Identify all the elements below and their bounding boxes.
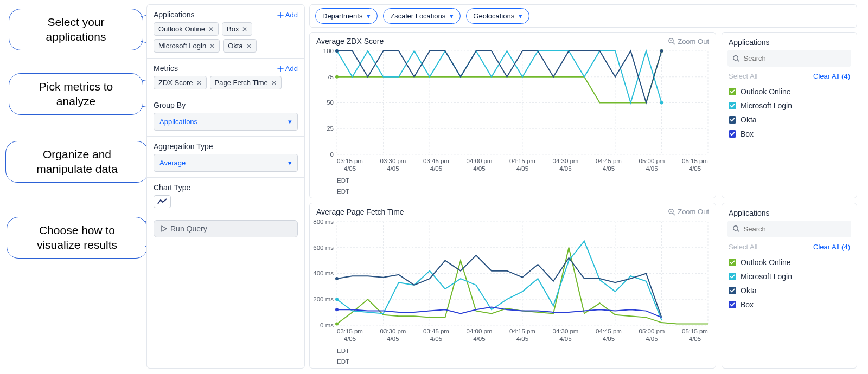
timezone-label: EDT (310, 357, 716, 368)
legend-item-label: Okta (741, 115, 757, 124)
svg-line-29 (738, 60, 739, 62)
svg-line-57 (738, 230, 739, 233)
chip-outlook-online[interactable]: Outlook Online✕ (154, 22, 219, 36)
close-icon[interactable]: ✕ (208, 25, 214, 33)
legend-search-input[interactable] (743, 54, 847, 63)
filter-departments[interactable]: Departments▾ (315, 8, 378, 24)
clear-all-link[interactable]: Clear All (4) (813, 72, 850, 80)
add-metric-link[interactable]: Add (277, 65, 298, 73)
checkbox-icon (729, 116, 736, 124)
legend-item-label: Outlook Online (741, 87, 791, 96)
checkbox-icon (729, 301, 736, 308)
chevron-down-icon: ▾ (519, 12, 522, 20)
legend-item-label: Microsoft Login (741, 101, 792, 110)
chip-okta[interactable]: Okta✕ (223, 39, 256, 53)
query-builder-panel: Applications Add Outlook Online✕ Box✕ Mi… (146, 4, 305, 369)
zdx-chart-area[interactable]: 1007550250 (310, 47, 716, 157)
legend-item[interactable]: Okta (722, 283, 857, 298)
svg-text:400 ms: 400 ms (313, 270, 334, 276)
group-by-section: Group By Applications ▾ (147, 95, 304, 137)
zdx-x-axis: 03:15 pm4/0503:30 pm4/0503:45 pm4/0504:0… (310, 157, 716, 176)
line-chart-icon (157, 198, 167, 205)
pft-chart-card: Average Page Fetch Time Zoom Out 800 ms6… (309, 203, 716, 369)
add-application-link[interactable]: Add (277, 11, 298, 19)
play-icon (161, 225, 167, 232)
svg-line-31 (673, 213, 675, 215)
zoom-out-icon (668, 208, 675, 216)
legend-item[interactable]: Box (722, 127, 857, 141)
legend-item-label: Outlook Online (741, 258, 791, 267)
close-icon[interactable]: ✕ (242, 25, 247, 33)
pft-x-axis: 03:15 pm4/0503:30 pm4/0503:45 pm4/0504:0… (310, 327, 716, 346)
close-icon[interactable]: ✕ (271, 79, 277, 87)
search-icon (732, 225, 739, 233)
chip-page-fetch-time[interactable]: Page Fetch Time✕ (210, 76, 282, 89)
close-icon[interactable]: ✕ (246, 42, 252, 50)
legend-item-label: Box (741, 300, 754, 309)
svg-text:25: 25 (327, 125, 334, 132)
chart-type-section: Chart Type (147, 178, 304, 214)
legend-item[interactable]: Box (722, 298, 857, 312)
legend-item[interactable]: Outlook Online (722, 255, 857, 269)
legend-item[interactable]: Microsoft Login (722, 99, 857, 113)
annotation-column: Select your applications Pick metrics to… (0, 0, 141, 374)
svg-point-23 (335, 75, 339, 79)
search-icon (732, 55, 739, 62)
legend-header: Applications (722, 33, 857, 50)
applications-section: Applications Add Outlook Online✕ Box✕ Mi… (147, 5, 304, 59)
checkbox-icon (729, 102, 736, 109)
chip-box[interactable]: Box✕ (222, 22, 252, 36)
filter-geolocations[interactable]: Geolocations▾ (466, 8, 529, 24)
line-chart-toggle[interactable] (154, 195, 171, 208)
select-all-link[interactable]: Select All (729, 72, 757, 80)
group-by-dropdown[interactable]: Applications ▾ (154, 113, 298, 131)
chevron-down-icon: ▾ (367, 12, 371, 20)
svg-text:50: 50 (327, 99, 334, 106)
svg-text:0 ms: 0 ms (320, 321, 334, 327)
chip-zdx-score[interactable]: ZDX Score✕ (154, 76, 207, 89)
callout-metrics: Pick metrics to analyze (9, 73, 143, 115)
svg-text:200 ms: 200 ms (313, 296, 334, 302)
legend-header: Applications (722, 203, 857, 221)
pft-legend-panel: Applications Select AllClear All (4) Out… (722, 203, 857, 369)
timezone-label: EDT (310, 176, 716, 187)
plus-icon (277, 12, 284, 18)
svg-point-27 (335, 49, 339, 53)
metrics-section: Metrics Add ZDX Score✕ Page Fetch Time✕ (147, 59, 304, 95)
zdx-chart-title: Average ZDX Score (316, 37, 384, 46)
legend-search[interactable] (727, 50, 851, 67)
callout-visualize: Choose how to visualize results (7, 217, 148, 259)
legend-search[interactable] (727, 221, 851, 237)
callout-applications: Select your applications (9, 9, 143, 50)
run-query-button[interactable]: Run Query (154, 220, 298, 237)
aggregation-dropdown[interactable]: Average ▾ (154, 154, 298, 172)
legend-item[interactable]: Outlook Online (722, 85, 857, 99)
svg-point-56 (733, 226, 738, 230)
checkbox-icon (729, 88, 736, 95)
timezone-label: EDT (310, 346, 716, 357)
chip-microsoft-login[interactable]: Microsoft Login✕ (154, 39, 220, 53)
chart-type-header: Chart Type (154, 183, 190, 192)
close-icon[interactable]: ✕ (209, 42, 215, 50)
zoom-out-button[interactable]: Zoom Out (668, 37, 709, 46)
svg-point-55 (335, 308, 339, 311)
close-icon[interactable]: ✕ (196, 79, 202, 87)
legend-item[interactable]: Microsoft Login (722, 269, 857, 283)
select-all-link[interactable]: Select All (729, 243, 757, 251)
svg-text:0: 0 (330, 151, 334, 157)
legend-search-input[interactable] (743, 224, 847, 234)
filter-zscaler-locations[interactable]: Zscaler Locations▾ (383, 8, 461, 24)
group-by-header: Group By (154, 101, 186, 109)
zdx-score-chart-card: Average ZDX Score Zoom Out 1007550250 03… (309, 32, 716, 198)
legend-item[interactable]: Okta (722, 113, 857, 127)
timezone-label: EDT (310, 187, 716, 198)
svg-point-53 (335, 298, 339, 301)
zoom-out-button[interactable]: Zoom Out (668, 208, 709, 216)
clear-all-link[interactable]: Clear All (4) (813, 243, 850, 251)
checkbox-icon (729, 273, 736, 280)
checkbox-icon (729, 130, 736, 138)
pft-chart-area[interactable]: 800 ms600 ms400 ms200 ms0 ms (310, 217, 716, 327)
svg-point-52 (335, 322, 339, 325)
zoom-out-icon (668, 37, 675, 45)
svg-text:600 ms: 600 ms (313, 244, 334, 250)
